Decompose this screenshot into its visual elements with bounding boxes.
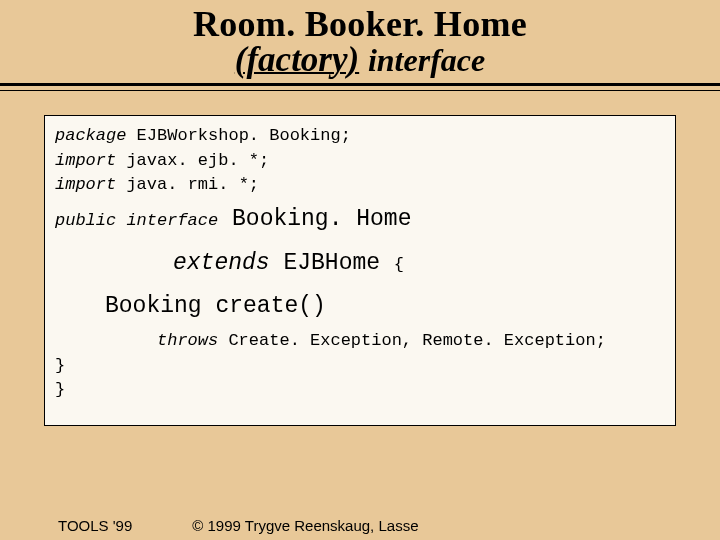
code-method: Booking create() xyxy=(105,293,326,319)
code-text: EJBWorkshop. Booking; xyxy=(126,126,350,145)
code-line-2: import javax. ejb. *; xyxy=(55,149,665,174)
code-superclass: EJBHome xyxy=(270,250,394,276)
code-line-8: } xyxy=(55,354,665,379)
code-line-1: package EJBWorkshop. Booking; xyxy=(55,124,665,149)
divider-bold xyxy=(0,83,720,86)
brace-open: { xyxy=(394,255,404,274)
footer: TOOLS '99 © 1999 Trygve Reenskaug, Lasse xyxy=(58,517,680,534)
code-box: package EJBWorkshop. Booking; import jav… xyxy=(44,115,676,426)
title-factory: (factory) xyxy=(235,40,359,79)
code-text: javax. ejb. *; xyxy=(116,151,269,170)
code-line-6: Booking create() xyxy=(105,285,665,329)
kw-public-interface: public interface xyxy=(55,211,218,230)
slide: Room. Booker. Home (factory) interface p… xyxy=(0,0,720,540)
slide-title: Room. Booker. Home (factory) interface xyxy=(0,0,720,77)
divider-thin xyxy=(0,90,720,91)
code-line-3: import java. rmi. *; xyxy=(55,173,665,198)
code-line-7: throws Create. Exception, Remote. Except… xyxy=(157,329,665,354)
footer-right: © 1999 Trygve Reenskaug, Lasse xyxy=(192,517,418,534)
code-line-9: } xyxy=(55,378,665,403)
code-line-5: extends EJBHome { xyxy=(173,242,665,286)
title-interface: interface xyxy=(368,42,485,78)
kw-extends: extends xyxy=(173,250,270,276)
title-line-1: Room. Booker. Home xyxy=(0,6,720,42)
kw-throws: throws xyxy=(157,331,218,350)
code-text: java. rmi. *; xyxy=(116,175,259,194)
kw-import: import xyxy=(55,151,116,170)
code-exceptions: Create. Exception, Remote. Exception; xyxy=(218,331,606,350)
kw-package: package xyxy=(55,126,126,145)
code-classname: Booking. Home xyxy=(218,206,411,232)
code-line-4: public interface Booking. Home xyxy=(55,198,665,242)
footer-left: TOOLS '99 xyxy=(58,517,132,534)
title-line-2: (factory) interface xyxy=(0,42,720,77)
kw-import: import xyxy=(55,175,116,194)
